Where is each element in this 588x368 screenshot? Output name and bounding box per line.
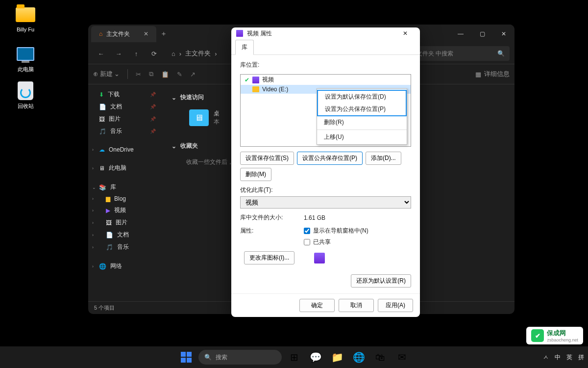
dialog-titlebar[interactable]: 视频 属性 ✕ (231, 27, 420, 39)
nav-lib-blog[interactable]: ›▆Blog (90, 193, 160, 204)
share-icon[interactable]: ↗ (190, 71, 196, 78)
up-button[interactable]: ↑ (128, 50, 144, 57)
search-input[interactable]: 文件夹 中搜索 🔍 (412, 46, 510, 61)
address-bar[interactable]: ⌂ › 主文件夹 › (172, 49, 217, 58)
desktop-this-pc[interactable]: 此电脑 (8, 44, 43, 73)
restore-defaults-button[interactable]: 还原为默认设置(R) (351, 274, 411, 288)
checkbox[interactable] (304, 239, 310, 245)
close-tab-icon[interactable]: ✕ (144, 30, 148, 37)
chevron-right-icon: › (92, 264, 94, 269)
view-details-button[interactable]: 详细信息 (484, 70, 510, 79)
chevron-right-icon: › (92, 196, 94, 201)
chevron-down-icon: ⌄ (172, 94, 176, 101)
copy-icon[interactable]: ⧉ (149, 70, 153, 78)
nav-network[interactable]: ›🌐网络 (90, 260, 160, 272)
explorer-button[interactable]: 📁 (328, 348, 346, 367)
task-view-button[interactable]: ⊞ (285, 348, 303, 367)
ime-lang[interactable]: 英 (566, 353, 572, 362)
set-save-location-button[interactable]: 设置保存位置(S) (240, 152, 294, 165)
rename-icon[interactable]: ✎ (177, 71, 182, 78)
store-button[interactable]: 🛍 (371, 348, 390, 367)
paste-icon[interactable]: 📋 (161, 71, 169, 78)
nav-this-pc[interactable]: ›🖥此电脑 (90, 162, 160, 174)
cut-icon[interactable]: ✂ (136, 71, 141, 78)
separator (317, 130, 407, 130)
taskbar-search[interactable]: 🔍搜索 (198, 350, 282, 365)
apply-button[interactable]: 应用(A) (378, 299, 413, 312)
new-tab-button[interactable]: ＋ (160, 29, 167, 38)
refresh-button[interactable]: ⟳ (146, 50, 162, 57)
breadcrumb[interactable]: 主文件夹 (185, 49, 211, 58)
music-icon: 🎵 (99, 128, 106, 135)
system-tray[interactable]: ㅅ 中 英 拼 (543, 353, 584, 362)
nav-downloads[interactable]: ⬇下载📌 (90, 88, 160, 101)
nav-lib-documents[interactable]: ›📄文档 (90, 229, 160, 241)
ime-mode[interactable]: 拼 (578, 353, 584, 362)
navigation-pane: ⬇下载📌 📄文档📌 🖼图片📌 🎵音乐📌 ›☁OneDrive ›🖥此电脑 ⌄📚库… (88, 84, 162, 301)
nav-onedrive[interactable]: ›☁OneDrive (90, 144, 160, 155)
video-icon (252, 77, 259, 83)
start-button[interactable] (177, 348, 196, 367)
maximize-button[interactable]: ▢ (471, 25, 493, 43)
size-value: 1.61 GB (304, 214, 325, 221)
back-button[interactable]: ← (93, 50, 109, 57)
tab-library[interactable]: 库 (235, 40, 254, 55)
chevron-right-icon: › (92, 220, 94, 225)
chevron-down-icon: ⌄ (92, 185, 96, 190)
nav-music[interactable]: 🎵音乐📌 (90, 125, 160, 137)
desktop-icon: 🖥 (189, 109, 209, 126)
optimize-select[interactable]: 视频 (240, 196, 411, 209)
cloud-icon: ☁ (99, 146, 105, 153)
desktop-recycle-bin[interactable]: 回收站 (8, 81, 43, 110)
chevron-right-icon: › (92, 147, 94, 152)
nav-lib-pictures[interactable]: ›🖼图片 (90, 216, 160, 229)
desktop-folder-billy[interactable]: Billy Fu (8, 5, 43, 32)
ctx-set-default[interactable]: 设置为默认保存位置(D) (318, 91, 406, 103)
cancel-button[interactable]: 取消 (339, 299, 374, 312)
nav-documents[interactable]: 📄文档📌 (90, 101, 160, 113)
chevron-right-icon: › (92, 233, 94, 237)
attr-shared[interactable]: 已共享 (304, 238, 368, 246)
chat-button[interactable]: 💬 (306, 348, 325, 367)
desktop-label: Billy Fu (8, 26, 43, 32)
ime-indicator[interactable]: 中 (555, 353, 561, 362)
tab-title: 主文件夹 (106, 30, 130, 38)
location-label: 库位置: (240, 61, 411, 69)
remove-button[interactable]: 删除(M) (240, 168, 271, 181)
close-button[interactable]: ✕ (493, 25, 514, 43)
desktop-label: 此电脑 (8, 66, 43, 73)
document-icon: 📄 (99, 104, 106, 110)
library-locations-tree[interactable]: ✔视频 Video (E:) 设置为默认保存位置(D) 设置为公共保存位置(P)… (240, 74, 411, 147)
watermark-name: 保成网 (547, 329, 566, 337)
ctx-move-up[interactable]: 上移(U) (317, 131, 407, 143)
ctx-set-public[interactable]: 设置为公共保存位置(P) (318, 103, 406, 115)
minimize-button[interactable]: — (450, 25, 471, 43)
library-icon: 📚 (99, 184, 106, 191)
attr-show-in-nav[interactable]: 显示在导航窗格中(N) (304, 227, 368, 235)
watermark-url: zsbaocheng.net (547, 338, 578, 342)
nav-libraries[interactable]: ⌄📚库 (90, 181, 160, 193)
new-button[interactable]: ⊕ 新建 ⌄ (93, 70, 120, 79)
nav-pictures[interactable]: 🖼图片📌 (90, 113, 160, 125)
properties-dialog: 视频 属性 ✕ 库 库位置: ✔视频 Video (E:) 设置为默认保存位置(… (231, 27, 420, 317)
set-public-save-button[interactable]: 设置公共保存位置(P) (297, 152, 363, 165)
item-count: 5 个项目 (94, 304, 115, 312)
change-icon-button[interactable]: 更改库图标(I)... (244, 251, 294, 264)
dialog-title: 视频 属性 (247, 29, 272, 38)
forward-button[interactable]: → (111, 50, 126, 57)
document-icon: 📄 (106, 232, 113, 238)
ok-button[interactable]: 确定 (299, 299, 335, 312)
dialog-close-button[interactable]: ✕ (395, 30, 415, 37)
desktop-label: 回收站 (8, 103, 43, 110)
tab-home[interactable]: ⌂ 主文件夹 ✕ (91, 26, 156, 42)
edge-button[interactable]: 🌐 (349, 348, 368, 367)
checkbox[interactable] (304, 228, 310, 234)
tree-root-video[interactable]: ✔视频 (241, 75, 411, 85)
mail-button[interactable]: ✉ (392, 348, 411, 367)
tray-overflow-icon[interactable]: ㅅ (543, 353, 549, 362)
view-icon[interactable]: ▦ (475, 71, 481, 78)
ctx-delete[interactable]: 删除(R) (317, 116, 407, 129)
add-button[interactable]: 添加(D)... (366, 152, 401, 165)
nav-lib-music[interactable]: ›🎵音乐 (90, 241, 160, 253)
nav-lib-video[interactable]: ›▶视频 (90, 204, 160, 216)
